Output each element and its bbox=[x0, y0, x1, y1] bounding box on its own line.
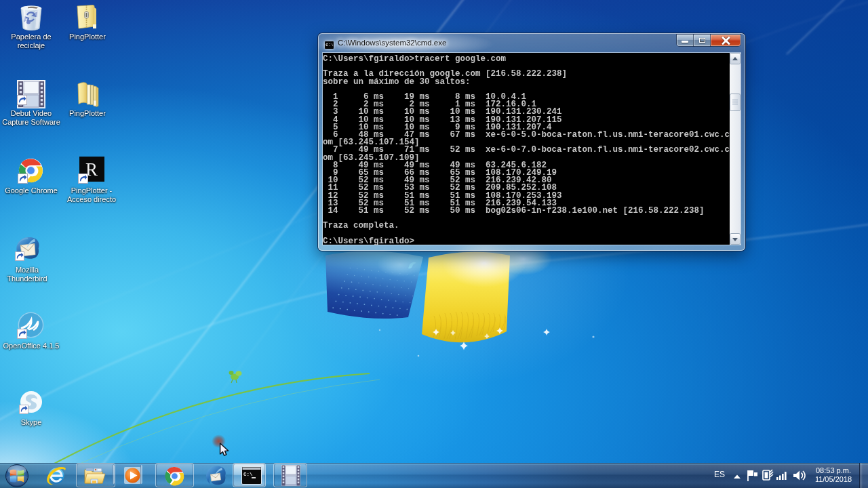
svg-text:C:\: C:\ bbox=[243, 472, 253, 477]
